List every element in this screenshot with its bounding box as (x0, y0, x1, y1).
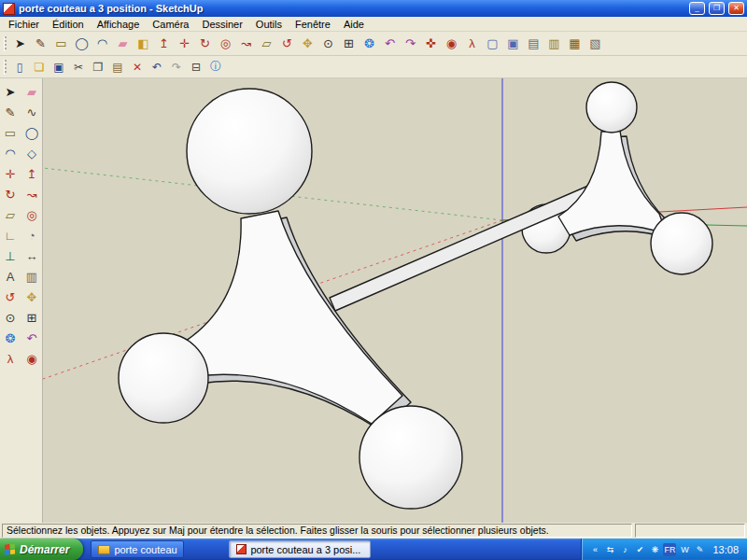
rotate-tool-icon[interactable]: ↻ (195, 34, 215, 53)
copy-icon[interactable]: ❐ (89, 58, 107, 77)
tape-measure-tool-icon[interactable]: ∟ (1, 226, 21, 245)
push-pull-tool-icon[interactable]: ↥ (22, 164, 42, 183)
follow-me-tool-icon[interactable]: ↝ (236, 34, 256, 53)
menu-item[interactable]: Fenêtre (289, 18, 337, 31)
move-tool-icon[interactable]: ✛ (1, 164, 21, 183)
xray-mode-icon[interactable]: ▢ (483, 34, 502, 53)
menu-item[interactable]: Édition (46, 18, 91, 31)
open-file-icon[interactable]: ❏ (30, 58, 49, 77)
axes-tool-icon[interactable]: ⊥ (1, 246, 21, 265)
model-sphere-bottom-center[interactable] (359, 406, 462, 509)
pen-icon[interactable]: ✎ (693, 543, 706, 556)
arc-tool-icon[interactable]: ◠ (1, 144, 21, 162)
walk-tool-icon[interactable]: λ (462, 34, 482, 53)
paste-icon[interactable]: ▤ (108, 58, 127, 77)
offset-tool-icon[interactable]: ◎ (216, 34, 235, 53)
model-sphere-far-right[interactable] (651, 213, 712, 274)
erase-icon[interactable]: ✕ (128, 58, 147, 77)
look-around-tool-icon[interactable]: ◉ (22, 349, 42, 368)
monochrome-mode-icon[interactable]: ▧ (585, 34, 605, 53)
dimension-tool-icon[interactable]: ↔ (22, 246, 42, 265)
menu-item[interactable]: Affichage (91, 18, 147, 31)
section-plane-tool-icon[interactable]: ▥ (22, 267, 42, 286)
wireframe-mode-icon[interactable]: ▣ (503, 34, 523, 53)
menu-item[interactable]: Dessiner (195, 18, 248, 31)
zoom-tool-icon[interactable]: ⊙ (318, 34, 338, 53)
new-file-icon[interactable]: ▯ (10, 58, 29, 77)
eraser-tool-icon[interactable]: ▰ (22, 82, 42, 101)
window-titlebar[interactable]: porte couteau a 3 position - SketchUp _ … (0, 0, 747, 17)
menu-item[interactable]: Outils (249, 18, 289, 31)
language-FR-icon[interactable]: FR (663, 543, 676, 556)
cut-icon[interactable]: ✂ (69, 58, 88, 77)
network-icon[interactable]: ⇆ (603, 543, 616, 556)
menu-item[interactable]: Caméra (146, 18, 195, 31)
push-pull-tool-icon[interactable]: ↥ (154, 34, 174, 53)
protractor-tool-icon[interactable]: ◔ (22, 226, 42, 245)
close-button[interactable]: ✕ (728, 2, 744, 15)
textured-mode-icon[interactable]: ▦ (565, 34, 585, 53)
menu-item[interactable]: Fichier (2, 18, 46, 31)
tray-expand-icon[interactable]: « (588, 543, 601, 556)
minimize-button[interactable]: _ (689, 2, 705, 15)
next-view-tool-icon[interactable]: ↷ (401, 34, 420, 53)
orbit-tool-icon[interactable]: ↺ (1, 287, 21, 306)
offset-tool-icon[interactable]: ◎ (22, 205, 42, 224)
taskbar-task-sketchup[interactable]: porte couteau a 3 posi... (229, 540, 371, 558)
previous-view-tool-icon[interactable]: ↶ (380, 34, 400, 53)
zoom-window-tool-icon[interactable]: ⊞ (22, 308, 42, 327)
select-tool-icon[interactable]: ➤ (1, 82, 21, 101)
app-W-icon[interactable]: W (678, 543, 691, 556)
security-icon[interactable]: ✔ (633, 543, 646, 556)
circle-tool-icon[interactable]: ◯ (72, 34, 92, 53)
model-sphere-large-top[interactable] (187, 89, 312, 214)
shaded-mode-icon[interactable]: ▥ (544, 34, 564, 53)
scale-tool-icon[interactable]: ▱ (1, 205, 21, 224)
undo-icon[interactable]: ↶ (148, 58, 166, 77)
look-around-tool-icon[interactable]: ◉ (442, 34, 461, 53)
walk-tool-icon[interactable]: λ (1, 349, 21, 368)
previous-view-tool-icon[interactable]: ↶ (22, 329, 42, 347)
pan-tool-icon[interactable]: ✥ (298, 34, 317, 53)
toolbar-grip[interactable] (4, 36, 7, 51)
move-tool-icon[interactable]: ✛ (175, 34, 194, 53)
zoom-extents-tool-icon[interactable]: ❂ (1, 329, 21, 347)
measurements-box[interactable] (635, 524, 745, 538)
line-tool-icon[interactable]: ✎ (31, 34, 50, 53)
eraser-tool-icon[interactable]: ▰ (113, 34, 133, 53)
freehand-tool-icon[interactable]: ∿ (22, 103, 42, 121)
messenger-icon[interactable]: ❋ (648, 543, 661, 556)
arc-tool-icon[interactable]: ◠ (92, 34, 112, 53)
taskbar-task-folder[interactable]: porte couteau (91, 540, 184, 558)
zoom-tool-icon[interactable]: ⊙ (1, 308, 21, 327)
line-tool-icon[interactable]: ✎ (1, 103, 21, 121)
redo-icon[interactable]: ↷ (167, 58, 186, 77)
orbit-tool-icon[interactable]: ↺ (277, 34, 297, 53)
save-file-icon[interactable]: ▣ (49, 58, 68, 77)
polygon-tool-icon[interactable]: ◇ (22, 144, 42, 162)
rectangle-tool-icon[interactable]: ▭ (1, 123, 21, 142)
toolbar-grip[interactable] (4, 60, 7, 75)
rectangle-tool-icon[interactable]: ▭ (51, 34, 71, 53)
rotate-tool-icon[interactable]: ↻ (1, 185, 21, 203)
text-tool-icon[interactable]: A (1, 267, 21, 286)
maximize-button[interactable]: ❐ (709, 2, 725, 15)
volume-icon[interactable]: ♪ (618, 543, 631, 556)
scale-tool-icon[interactable]: ▱ (257, 34, 276, 53)
entity-info-icon[interactable]: ⓘ (206, 58, 225, 77)
taskbar-clock[interactable]: 13:08 (712, 544, 739, 555)
menu-item[interactable]: Aide (337, 18, 371, 31)
zoom-extents-tool-icon[interactable]: ❂ (359, 34, 379, 53)
follow-me-tool-icon[interactable]: ↝ (22, 185, 42, 203)
zoom-window-tool-icon[interactable]: ⊞ (339, 34, 359, 53)
print-icon[interactable]: ⊟ (187, 58, 205, 77)
circle-tool-icon[interactable]: ◯ (22, 123, 42, 142)
model-sphere-top-right[interactable] (586, 82, 637, 133)
model-sphere-bottom-left[interactable] (119, 333, 208, 423)
start-button[interactable]: Démarrer (0, 539, 83, 560)
pan-tool-icon[interactable]: ✥ (22, 287, 42, 306)
canvas-area[interactable] (43, 78, 747, 523)
position-camera-tool-icon[interactable]: ✜ (421, 34, 441, 53)
drawing-canvas[interactable] (43, 78, 747, 523)
select-tool-icon[interactable]: ➤ (10, 34, 30, 53)
